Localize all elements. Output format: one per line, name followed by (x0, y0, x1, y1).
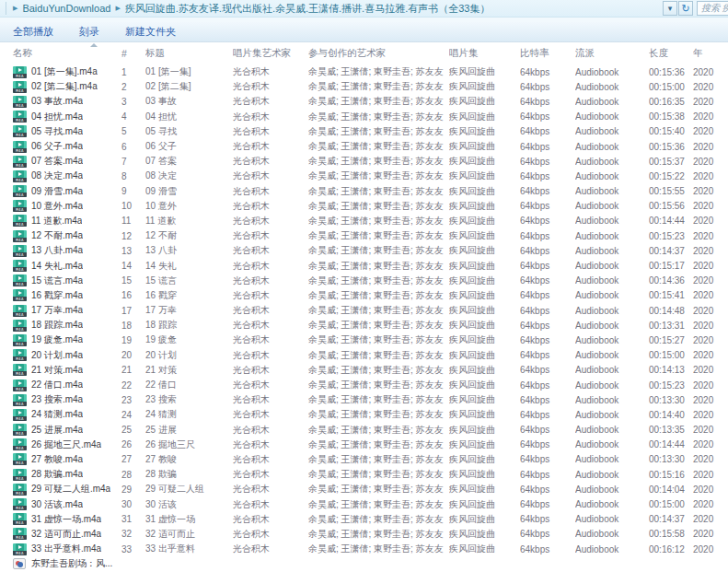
artists-cell: 余昊威; 王潇倩; 東野圭吾; 苏友友 (308, 304, 449, 317)
track-number-cell: 21 (120, 365, 145, 375)
file-row[interactable]: M4A 12 不耐.m4a 12 12 不耐 光合积木 余昊威; 王潇倩; 東野… (0, 228, 728, 243)
breadcrumb-item-folder[interactable]: 疾风回旋曲.苏友友译.现代出版社.余昊威.王潇倩.播讲.喜马拉雅.有声书（全33… (125, 2, 491, 16)
artists-cell: 余昊威; 王潇倩; 東野圭吾; 苏友友 (308, 483, 449, 496)
length-cell: 00:15:16 (649, 470, 693, 480)
file-row[interactable]: M4A 32 适可而止.m4a 32 32 适可而止 光合积木 余昊威; 王潇倩… (0, 527, 728, 542)
album-artist-cell: 光合积木 (233, 95, 308, 108)
file-row[interactable]: M4A 17 万幸.m4a 17 17 万幸 光合积木 余昊威; 王潇倩; 東野… (0, 303, 728, 318)
new-folder-button[interactable]: 新建文件夹 (112, 25, 189, 39)
address-dropdown-button[interactable]: ▾ (663, 1, 677, 16)
column-header-year[interactable]: 年 (693, 47, 728, 60)
file-row[interactable]: M4A 26 掘地三尺.m4a 26 26 掘地三尺 光合积木 余昊威; 王潇倩… (0, 438, 728, 452)
title-cell: 31 虚惊一场 (145, 513, 233, 526)
album-cell: 疾风回旋曲 (449, 260, 520, 273)
title-cell: 07 答案 (145, 155, 233, 168)
file-row[interactable]: M4A 11 道歉.m4a 11 11 道歉 光合积木 余昊威; 王潇倩; 東野… (0, 214, 728, 228)
title-cell: 18 跟踪 (145, 319, 233, 332)
file-name: 14 失礼.m4a (31, 260, 83, 273)
file-name-cell: M4A 18 跟踪.m4a (0, 319, 120, 332)
file-name-cell: M4A 07 答案.m4a (0, 155, 120, 168)
album-artist-cell: 光合积木 (233, 424, 308, 437)
title-cell: 01 [第一集] (145, 65, 233, 78)
album-cell: 疾风回旋曲 (449, 169, 520, 182)
file-row[interactable]: M4A 14 失礼.m4a 14 14 失礼 光合积木 余昊威; 王潇倩; 東野… (0, 258, 728, 273)
artists-cell: 余昊威; 王潇倩; 東野圭吾; 苏友友 (308, 155, 449, 168)
file-name-cell: M4A 33 出乎意料.m4a (0, 543, 120, 555)
artists-cell: 余昊威; 王潇倩; 東野圭吾; 苏友友 (308, 65, 449, 78)
m4a-audio-file-icon: M4A (13, 260, 27, 272)
column-header-name[interactable]: 名称 (0, 47, 120, 60)
file-row[interactable]: M4A 13 八卦.m4a 13 13 八卦 光合积木 余昊威; 王潇倩; 東野… (0, 243, 728, 258)
column-header-title[interactable]: 标题 (145, 47, 233, 60)
title-cell: 06 父子 (145, 140, 233, 153)
play-badge-icon (16, 81, 24, 88)
file-row[interactable]: M4A 07 答案.m4a 7 07 答案 光合积木 余昊威; 王潇倩; 東野圭… (0, 154, 728, 169)
column-header-genre[interactable]: 流派 (575, 47, 649, 60)
title-cell: 27 教唆 (145, 453, 233, 466)
file-row[interactable]: M4A 04 担忧.m4a 4 04 担忧 光合积木 余昊威; 王潇倩; 東野圭… (0, 110, 728, 124)
album-artist-cell: 光合积木 (233, 185, 308, 198)
file-row[interactable]: M4A 24 猜测.m4a 24 24 猜测 光合积木 余昊威; 王潇倩; 東野… (0, 407, 728, 422)
album-cell: 疾风回旋曲 (449, 274, 520, 287)
file-row[interactable]: M4A 02 [第二集].m4a 2 02 [第二集] 光合积木 余昊威; 王潇… (0, 79, 728, 94)
file-row[interactable]: M4A 10 意外.m4a 10 10 意外 光合积木 余昊威; 王潇倩; 東野… (0, 199, 728, 214)
file-row[interactable]: M4A 06 父子.m4a 6 06 父子 光合积木 余昊威; 王潇倩; 東野圭… (0, 139, 728, 154)
file-row[interactable]: M4A 01 [第一集].m4a 1 01 [第一集] 光合积木 余昊威; 王潇… (0, 64, 728, 79)
file-name: 29 可疑二人组.m4a (31, 483, 110, 496)
file-row[interactable]: M4A 29 可疑二人组.m4a 29 29 可疑二人组 光合积木 余昊威; 王… (0, 482, 728, 496)
year-cell: 2020 (693, 350, 728, 360)
file-name: 04 担忧.m4a (31, 111, 83, 123)
column-header-album[interactable]: 唱片集 (449, 47, 520, 60)
file-row[interactable]: M4A 08 决定.m4a 8 08 决定 光合积木 余昊威; 王潇倩; 東野圭… (0, 169, 728, 183)
file-list-view: 名称 # 标题 唱片集艺术家 参与创作的艺术家 唱片集 比特率 流派 长度 年 … (0, 42, 728, 571)
column-header-track-number[interactable]: # (120, 48, 145, 59)
file-row[interactable]: M4A 22 借口.m4a 22 22 借口 光合积木 余昊威; 王潇倩; 東野… (0, 378, 728, 392)
file-name: 09 滑雪.m4a (31, 185, 83, 198)
file-row[interactable]: M4A 19 疲惫.m4a 19 19 疲惫 光合积木 余昊威; 王潇倩; 東野… (0, 333, 728, 347)
play-badge-icon (16, 156, 24, 163)
burn-button[interactable]: 刻录 (66, 25, 112, 39)
genre-cell: Audiobook (575, 306, 649, 316)
file-name: 31 虚惊一场.m4a (31, 513, 101, 526)
breadcrumb-item-root[interactable]: BaiduYunDownload (22, 3, 110, 14)
list-item-partial[interactable]: 东野圭吾剧场：风... (0, 556, 728, 571)
file-row[interactable]: M4A 25 进展.m4a 25 25 进展 光合积木 余昊威; 王潇倩; 東野… (0, 423, 728, 438)
file-row[interactable]: M4A 16 戳穿.m4a 16 16 戳穿 光合积木 余昊威; 王潇倩; 東野… (0, 288, 728, 303)
artists-cell: 余昊威; 王潇倩; 東野圭吾; 苏友友 (308, 215, 449, 228)
album-artist-cell: 光合积木 (233, 333, 308, 346)
refresh-button[interactable]: ↻ (678, 1, 693, 16)
length-cell: 00:15:36 (649, 142, 693, 152)
column-header-bitrate[interactable]: 比特率 (520, 47, 575, 60)
genre-cell: Audiobook (575, 261, 649, 271)
file-row[interactable]: M4A 15 谎言.m4a 15 15 谎言 光合积木 余昊威; 王潇倩; 東野… (0, 274, 728, 288)
file-row[interactable]: M4A 31 虚惊一场.m4a 31 31 虚惊一场 光合积木 余昊威; 王潇倩… (0, 512, 728, 527)
file-row[interactable]: M4A 21 对策.m4a 21 21 对策 光合积木 余昊威; 王潇倩; 東野… (0, 363, 728, 378)
genre-cell: Audiobook (575, 126, 649, 136)
genre-cell: Audiobook (575, 454, 649, 464)
m4a-audio-file-icon: M4A (13, 453, 27, 465)
file-row[interactable]: M4A 18 跟踪.m4a 18 18 跟踪 光合积木 余昊威; 王潇倩; 東野… (0, 318, 728, 333)
breadcrumb-chevron-icon[interactable]: ▶ (8, 5, 22, 12)
column-header-artists[interactable]: 参与创作的艺术家 (308, 47, 449, 60)
file-row[interactable]: M4A 30 活该.m4a 30 30 活该 光合积木 余昊威; 王潇倩; 東野… (0, 496, 728, 511)
m4a-audio-file-icon: M4A (13, 334, 27, 346)
bitrate-cell: 64kbps (520, 499, 575, 509)
file-row[interactable]: M4A 33 出乎意料.m4a 33 33 出乎意料 光合积木 余昊威; 王潇倩… (0, 542, 728, 556)
column-header-album-artist[interactable]: 唱片集艺术家 (233, 47, 308, 60)
file-row[interactable]: M4A 23 搜索.m4a 23 23 搜索 光合积木 余昊威; 王潇倩; 東野… (0, 392, 728, 407)
m4a-audio-file-icon: M4A (13, 409, 27, 421)
file-row[interactable]: M4A 03 事故.m4a 3 03 事故 光合积木 余昊威; 王潇倩; 東野圭… (0, 94, 728, 109)
artists-cell: 余昊威; 王潇倩; 東野圭吾; 苏友友 (308, 244, 449, 257)
file-row[interactable]: M4A 05 寻找.m4a 5 05 寻找 光合积木 余昊威; 王潇倩; 東野圭… (0, 124, 728, 139)
file-name-cell: M4A 24 猜测.m4a (0, 408, 120, 421)
file-name-cell: M4A 25 进展.m4a (0, 424, 120, 437)
file-row[interactable]: M4A 28 欺骗.m4a 28 28 欺骗 光合积木 余昊威; 王潇倩; 東野… (0, 467, 728, 482)
file-row[interactable]: M4A 20 计划.m4a 20 20 计划 光合积木 余昊威; 王潇倩; 東野… (0, 348, 728, 363)
file-row[interactable]: M4A 09 滑雪.m4a 9 09 滑雪 光合积木 余昊威; 王潇倩; 東野圭… (0, 184, 728, 199)
play-badge-icon (16, 274, 24, 282)
file-row[interactable]: M4A 27 教唆.m4a 27 27 教唆 光合积木 余昊威; 王潇倩; 東野… (0, 452, 728, 467)
breadcrumb-chevron-icon[interactable]: ▶ (110, 5, 124, 12)
search-input[interactable]: 搜索 疾 (697, 1, 728, 16)
column-header-length[interactable]: 长度 (649, 47, 693, 60)
play-all-button[interactable]: 全部播放 (0, 25, 66, 39)
